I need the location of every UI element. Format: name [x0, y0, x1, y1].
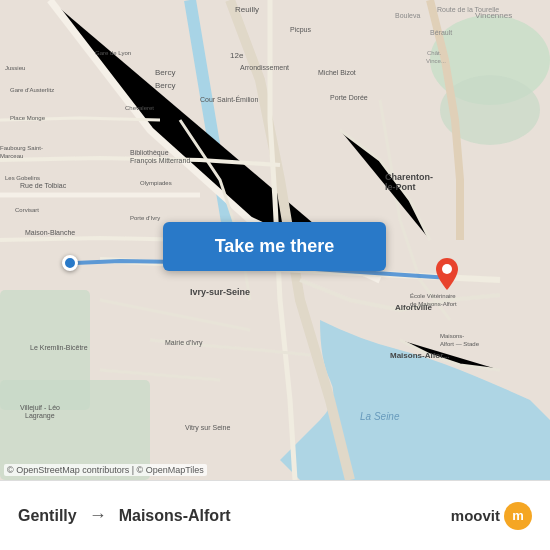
svg-text:Gare de Lyon: Gare de Lyon	[95, 50, 131, 56]
app: Rue de Tolbiac Place Monge Jussieu Gare …	[0, 0, 550, 550]
svg-text:Olympiades: Olympiades	[140, 180, 172, 186]
svg-text:Corvisart: Corvisart	[15, 207, 39, 213]
svg-text:Maisons-Alfor...: Maisons-Alfor...	[390, 351, 450, 360]
svg-text:Le Kremlin-Bicêtre: Le Kremlin-Bicêtre	[30, 344, 88, 351]
svg-text:Vitry sur Seine: Vitry sur Seine	[185, 424, 230, 432]
svg-text:Picpus: Picpus	[290, 26, 312, 34]
svg-point-51	[442, 264, 452, 274]
moovit-text: moovit	[451, 507, 500, 524]
svg-text:Faubourg Saint-: Faubourg Saint-	[0, 145, 43, 151]
svg-text:Charenton-: Charenton-	[385, 172, 433, 182]
svg-text:Mairie d'Ivry: Mairie d'Ivry	[165, 339, 203, 347]
svg-text:Bibliothèque: Bibliothèque	[130, 149, 169, 157]
svg-text:Villejuif - Léo: Villejuif - Léo	[20, 404, 60, 412]
svg-text:Marceau: Marceau	[0, 153, 23, 159]
svg-text:Lagrange: Lagrange	[25, 412, 55, 420]
osm-attribution: © OpenStreetMap contributors | © OpenMap…	[4, 464, 207, 476]
origin-marker	[62, 255, 78, 271]
svg-text:le-Pont: le-Pont	[385, 182, 416, 192]
svg-text:Place Monge: Place Monge	[10, 115, 46, 121]
svg-text:Route de la Tourelle: Route de la Tourelle	[437, 6, 499, 13]
destination-label: Maisons-Alfort	[119, 507, 231, 525]
destination-marker	[436, 258, 458, 294]
moovit-logo: moovit m	[451, 502, 532, 530]
svg-text:Bercy: Bercy	[155, 68, 175, 77]
svg-text:François Mitterrand: François Mitterrand	[130, 157, 190, 165]
arrow-icon: →	[89, 505, 107, 526]
svg-text:Cour Saint-Émilion: Cour Saint-Émilion	[200, 95, 258, 103]
svg-text:Maison-Blanche: Maison-Blanche	[25, 229, 75, 236]
moovit-icon: m	[504, 502, 532, 530]
svg-text:Ivry-sur-Seine: Ivry-sur-Seine	[190, 287, 250, 297]
svg-text:Les Gobelins: Les Gobelins	[5, 175, 40, 181]
svg-text:Alfort — Stade: Alfort — Stade	[440, 341, 480, 347]
svg-text:Chât.: Chât.	[427, 50, 442, 56]
svg-text:Chevaleret: Chevaleret	[125, 105, 154, 111]
svg-text:Bercy: Bercy	[155, 81, 175, 90]
svg-text:Bouleva: Bouleva	[395, 12, 420, 19]
route-info: Gentilly → Maisons-Alfort	[18, 505, 451, 526]
bottom-bar: Gentilly → Maisons-Alfort moovit m	[0, 480, 550, 550]
svg-text:Vince...: Vince...	[426, 58, 446, 64]
origin-label: Gentilly	[18, 507, 77, 525]
svg-text:Arrondissement: Arrondissement	[240, 64, 289, 71]
svg-text:Maisons-: Maisons-	[440, 333, 464, 339]
map-container: Rue de Tolbiac Place Monge Jussieu Gare …	[0, 0, 550, 480]
svg-text:Gare d'Austerlitz: Gare d'Austerlitz	[10, 87, 54, 93]
svg-text:Porte d'Ivry: Porte d'Ivry	[130, 215, 160, 221]
svg-text:La Seine: La Seine	[360, 411, 400, 422]
svg-text:Rue de Tolbiac: Rue de Tolbiac	[20, 182, 67, 189]
svg-text:de Maisons-Alfort: de Maisons-Alfort	[410, 301, 457, 307]
svg-text:Jussieu: Jussieu	[5, 65, 25, 71]
svg-text:Porte Dorée: Porte Dorée	[330, 94, 368, 101]
svg-text:Reuilly: Reuilly	[235, 5, 259, 14]
svg-text:12e: 12e	[230, 51, 244, 60]
take-me-there-button[interactable]: Take me there	[163, 222, 386, 271]
svg-text:Bérault: Bérault	[430, 29, 452, 36]
svg-text:Michel Bizot: Michel Bizot	[318, 69, 356, 76]
